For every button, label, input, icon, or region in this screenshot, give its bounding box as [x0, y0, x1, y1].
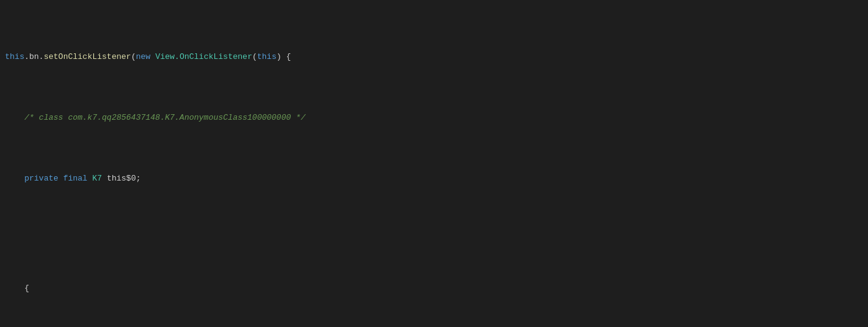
code-view: this.bn.setOnClickListener(new View.OnCl… — [0, 0, 868, 327]
code-line-5: { — [0, 282, 868, 295]
code-line-4 — [0, 222, 868, 234]
code-line-3: private final K7 this$0; — [0, 172, 868, 185]
code-line-1: this.bn.setOnClickListener(new View.OnCl… — [0, 51, 868, 63]
code-line-2: /* class com.k7.qq2856437148.K7.Anonymou… — [0, 112, 868, 124]
